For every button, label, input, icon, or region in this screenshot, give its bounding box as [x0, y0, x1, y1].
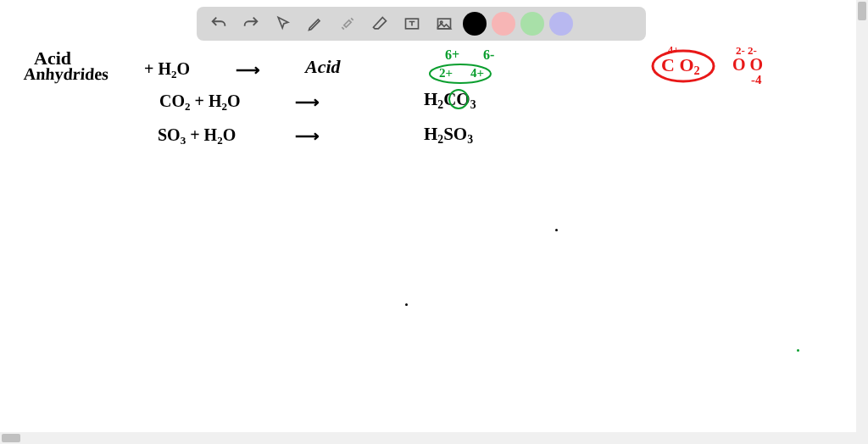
text-anhydrides: Anhydrides [23, 64, 109, 84]
eq2-left: CO2 + H2O [159, 92, 241, 114]
scrollbar-thumb-v[interactable] [858, 2, 866, 20]
arrow-1: ⟶ [236, 59, 260, 80]
svg-point-5 [653, 51, 714, 81]
scrollbar-vertical[interactable] [856, 0, 868, 444]
red-minus4: -4 [751, 73, 762, 87]
red-oval [649, 47, 717, 85]
arrow-2: ⟶ [295, 92, 320, 112]
scrollbar-thumb-h[interactable] [2, 434, 20, 442]
whiteboard-canvas[interactable]: Acid Anhydrides + H2O ⟶ Acid 6+ 6- 2+ 4+… [0, 0, 868, 444]
scrollbar-horizontal[interactable] [0, 432, 856, 444]
text-plus-h2o-1: + H2O [144, 59, 190, 81]
green-6plus: 6+ [445, 47, 459, 63]
red-oo: O O [732, 55, 763, 75]
svg-point-4 [449, 90, 468, 108]
arrow-3: ⟶ [295, 125, 320, 146]
eq3-left: SO3 + H2O [158, 125, 236, 147]
green-circle-c [448, 88, 470, 110]
green-annotation-bubble [428, 63, 509, 85]
svg-point-3 [430, 64, 491, 83]
eq3-right: H2SO3 [424, 124, 473, 147]
dot-2 [405, 303, 408, 306]
text-acid-right: Acid [305, 56, 341, 78]
dot-3 [797, 349, 799, 352]
dot-1 [555, 229, 558, 231]
green-6minus: 6- [483, 47, 494, 63]
